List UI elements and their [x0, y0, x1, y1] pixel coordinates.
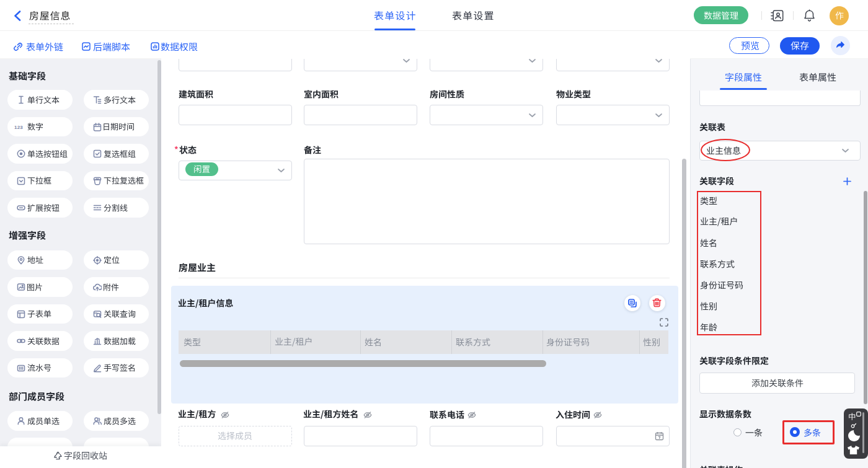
svg-text:123: 123: [14, 125, 23, 130]
